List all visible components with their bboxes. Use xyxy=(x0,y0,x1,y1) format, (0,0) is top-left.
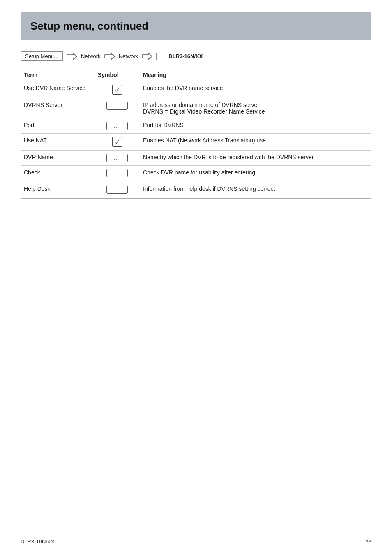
page-title: Setup menu, continued xyxy=(30,20,362,32)
input-dots-icon: ... xyxy=(106,122,128,130)
arrow-icon-2 xyxy=(104,53,115,60)
meaning-cell: Port for DVRNS xyxy=(140,118,371,134)
table-header-row: Term Symbol Meaning xyxy=(21,69,371,81)
table-row: Check Check DVR name for usability after… xyxy=(21,166,371,182)
checkbox-checked-icon: ✓ xyxy=(112,137,122,147)
settings-table: Term Symbol Meaning Use DVR Name Service… xyxy=(21,69,371,199)
col-header-meaning: Meaning xyxy=(140,69,371,81)
table-row: Use NAT ✓ Enables NAT (Network Address T… xyxy=(21,134,371,151)
breadcrumb-dvrns: DLR3-16N/XX xyxy=(168,53,203,59)
button-empty-icon xyxy=(106,186,128,194)
table-row: Port ... Port for DVRNS xyxy=(21,118,371,134)
col-header-term: Term xyxy=(21,69,95,81)
meaning-cell: IP address or domain name of DVRNS serve… xyxy=(140,98,371,118)
term-cell: Port xyxy=(21,118,95,134)
meaning-cell: Check DVR name for usability after enter… xyxy=(140,166,371,182)
symbol-cell: ... xyxy=(95,151,140,166)
term-cell: Use NAT xyxy=(21,134,95,151)
breadcrumb: Setup Menu... Network Network DLR3-16N/X… xyxy=(21,51,371,61)
arrow-icon-3 xyxy=(141,53,153,60)
meaning-cell: Information from help desk if DVRNS sett… xyxy=(140,182,371,199)
symbol-cell: ... xyxy=(95,98,140,118)
symbol-cell xyxy=(95,166,140,182)
table-row: Help Desk Information from help desk if … xyxy=(21,182,371,199)
term-cell: DVRNS Server xyxy=(21,98,95,118)
checkbox-checked-icon: ✓ xyxy=(112,85,122,95)
meaning-cell: Name by which the DVR is to be registere… xyxy=(140,151,371,166)
page-footer: DLR3-16N/XX 33 xyxy=(21,538,371,545)
button-empty-icon xyxy=(106,169,128,177)
input-dots-icon: ... xyxy=(106,154,128,162)
term-cell: DVR Name xyxy=(21,151,95,166)
col-header-symbol: Symbol xyxy=(95,69,140,81)
page-header: Setup menu, continued xyxy=(21,12,371,40)
meaning-cell: Enables NAT (Network Address Translation… xyxy=(140,134,371,151)
term-cell: Help Desk xyxy=(21,182,95,199)
breadcrumb-network-2: Network xyxy=(119,53,138,59)
symbol-cell: ... xyxy=(95,118,140,134)
symbol-cell: ✓ xyxy=(95,81,140,98)
table-row: DVR Name ... Name by which the DVR is to… xyxy=(21,151,371,166)
symbol-cell: ✓ xyxy=(95,134,140,151)
table-row: DVRNS Server ... IP address or domain na… xyxy=(21,98,371,118)
model-number: DLR3-16N/XX xyxy=(21,538,54,545)
page-number: 33 xyxy=(366,538,371,545)
dvrns-icon-box xyxy=(156,53,165,60)
input-dots-icon: ... xyxy=(106,102,128,110)
breadcrumb-setup-menu: Setup Menu... xyxy=(21,51,63,61)
term-cell: Use DVR Name Service xyxy=(21,81,95,98)
arrow-icon-1 xyxy=(66,53,78,60)
term-cell: Check xyxy=(21,166,95,182)
table-row: Use DVR Name Service ✓ Enables the DVR n… xyxy=(21,81,371,98)
symbol-cell xyxy=(95,182,140,199)
breadcrumb-network-1: Network xyxy=(81,53,101,59)
meaning-cell: Enables the DVR name service xyxy=(140,81,371,98)
